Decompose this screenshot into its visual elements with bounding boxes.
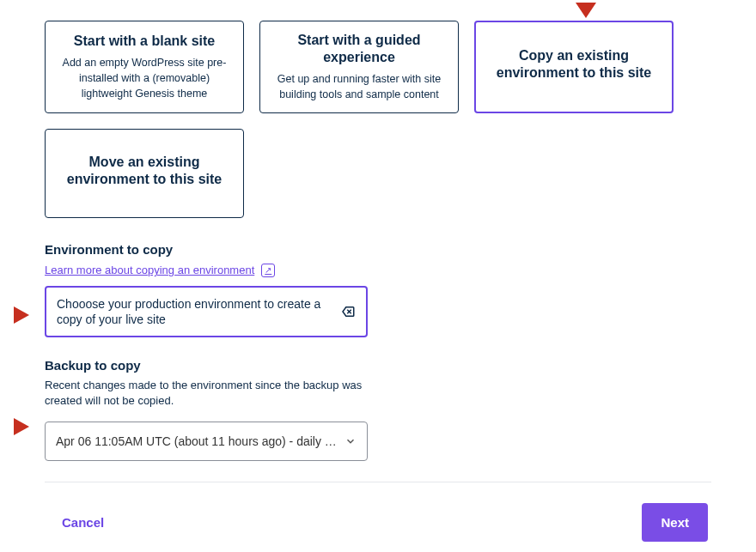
card-title: Start with a blank site [58,33,231,50]
card-desc: Add an empty WordPress site pre-installe… [58,55,231,101]
backup-select[interactable]: Apr 06 11:05AM UTC (about 11 hours ago) … [45,422,368,461]
external-link-icon: ↗ [261,264,275,277]
chevron-down-icon [344,435,357,447]
environment-select-input[interactable]: Chooose your production environment to c… [45,286,368,337]
card-title: Copy an existing environment to this sit… [488,47,660,82]
environment-to-copy-section: Environment to copy Learn more about cop… [45,242,711,337]
annotation-pointer-backup [14,418,29,435]
section-title: Environment to copy [45,242,711,257]
cancel-button[interactable]: Cancel [62,515,104,530]
annotation-pointer-env [14,306,29,324]
link-text: Learn more about copying an environment [45,264,254,276]
input-value: Chooose your production environment to c… [57,296,332,327]
card-guided-experience[interactable]: Start with a guided experience Get up an… [259,21,459,113]
next-button[interactable]: Next [642,503,708,542]
card-move-environment[interactable]: Move an existing environment to this sit… [45,129,244,218]
card-desc: Get up and running faster with site buil… [272,71,446,102]
card-blank-site[interactable]: Start with a blank site Add an empty Wor… [45,21,244,113]
footer-actions: Cancel Next [45,503,711,542]
helper-text: Recent changes made to the environment s… [45,378,388,409]
card-title: Start with a guided experience [272,32,446,66]
option-card-grid: Start with a blank site Add an empty Wor… [45,21,711,218]
learn-more-link[interactable]: Learn more about copying an environment … [45,264,275,277]
section-title: Backup to copy [45,358,711,373]
divider [45,482,711,482]
select-value: Apr 06 11:05AM UTC (about 11 hours ago) … [56,434,337,448]
clear-icon[interactable] [340,304,356,319]
card-copy-environment[interactable]: Copy an existing environment to this sit… [474,21,674,113]
annotation-pointer-top [576,3,596,18]
backup-to-copy-section: Backup to copy Recent changes made to th… [45,358,711,460]
card-title: Move an existing environment to this sit… [58,154,231,188]
